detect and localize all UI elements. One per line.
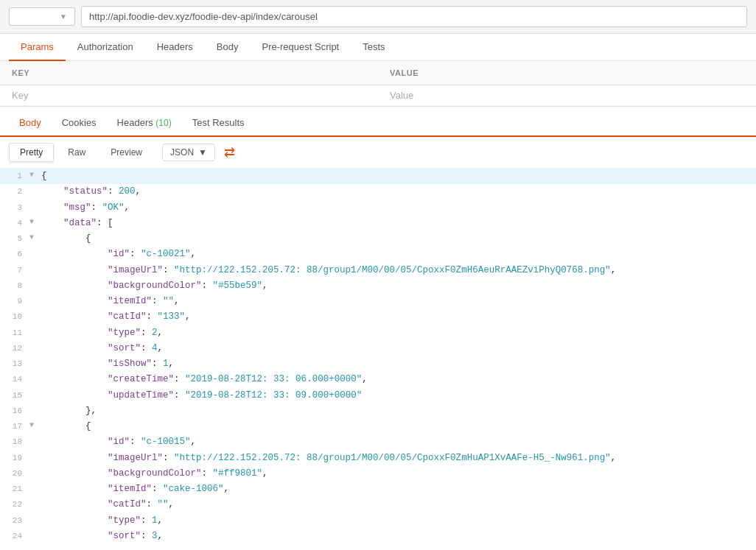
- tab-params[interactable]: Params: [9, 34, 66, 61]
- line-number: 12: [0, 341, 29, 356]
- format-toolbar: Pretty Raw Preview JSON ▼ ⇄: [0, 137, 756, 169]
- json-line: 17▼ {: [0, 419, 756, 434]
- line-content: "type": 1,: [41, 513, 756, 529]
- json-viewer: 1▼{2 "status": 200,3 "msg": "OK",4▼ "dat…: [0, 169, 756, 544]
- line-content: "isShow": 1,: [41, 356, 756, 372]
- json-line: 9 "itemId": "",: [0, 294, 756, 309]
- key-cell[interactable]: Key: [0, 85, 378, 105]
- method-select[interactable]: ▼: [9, 7, 75, 26]
- line-number: 9: [0, 294, 29, 309]
- line-number: 10: [0, 309, 29, 324]
- value-cell[interactable]: Value: [378, 85, 756, 105]
- json-line: 5▼ {: [0, 231, 756, 247]
- line-number: 8: [0, 278, 29, 293]
- response-tab-cookies[interactable]: Cookies: [52, 110, 107, 135]
- json-line: 10 "catId": "133",: [0, 309, 756, 325]
- line-content: "createTime": "2019-08-28T12: 33: 06.000…: [41, 372, 756, 387]
- line-content: "imageUrl": "http://122.152.205.72: 88/g…: [41, 451, 756, 466]
- json-line: 6 "id": "c-10021",: [0, 247, 756, 262]
- json-line: 3 "msg": "OK",: [0, 200, 756, 216]
- line-toggle[interactable]: ▼: [29, 419, 41, 431]
- line-content: "catId": "",: [41, 497, 756, 512]
- format-select[interactable]: JSON ▼: [162, 144, 215, 161]
- line-content: {: [41, 169, 756, 184]
- json-line: 12 "sort": 4,: [0, 341, 756, 356]
- line-number: 21: [0, 482, 29, 496]
- url-bar: ▼: [0, 0, 756, 34]
- line-content: "imageUrl": "http://122.152.205.72: 88/g…: [41, 263, 756, 278]
- line-number: 1: [0, 169, 29, 183]
- line-content: "status": 200,: [41, 184, 756, 200]
- line-number: 23: [0, 513, 29, 528]
- json-line: 4▼ "data": [: [0, 216, 756, 231]
- json-line: 24 "sort": 3,: [0, 529, 756, 544]
- json-line: 11 "type": 2,: [0, 325, 756, 341]
- line-content: "msg": "OK",: [41, 200, 756, 216]
- request-tabs: Params Authorization Headers Body Pre-re…: [0, 34, 756, 61]
- json-line: 1▼{: [0, 169, 756, 184]
- response-tab-body[interactable]: Body: [9, 110, 52, 135]
- line-number: 22: [0, 497, 29, 512]
- response-tabs: Body Cookies Headers (10) Test Results: [0, 110, 756, 137]
- json-line: 20 "backgroundColor": "#ff9801",: [0, 466, 756, 482]
- wrap-button[interactable]: ⇄: [224, 144, 235, 161]
- params-header: KEY VALUE: [0, 61, 756, 85]
- json-line: 19 "imageUrl": "http://122.152.205.72: 8…: [0, 451, 756, 466]
- json-line: 21 "itemId": "cake-1006",: [0, 482, 756, 497]
- line-number: 13: [0, 356, 29, 371]
- line-number: 20: [0, 466, 29, 481]
- line-content: "backgroundColor": "#55be59",: [41, 278, 756, 294]
- line-content: "itemId": "cake-1006",: [41, 482, 756, 497]
- json-line: 7 "imageUrl": "http://122.152.205.72: 88…: [0, 263, 756, 278]
- params-table: KEY VALUE Key Value: [0, 61, 756, 107]
- json-line: 13 "isShow": 1,: [0, 356, 756, 372]
- line-number: 19: [0, 451, 29, 465]
- json-line: 16 },: [0, 403, 756, 419]
- line-number: 16: [0, 403, 29, 418]
- preview-button[interactable]: Preview: [99, 143, 153, 162]
- tab-tests[interactable]: Tests: [351, 34, 396, 61]
- value-column-header: VALUE: [378, 66, 756, 80]
- line-content: },: [41, 403, 756, 419]
- json-line: 23 "type": 1,: [0, 513, 756, 529]
- line-number: 14: [0, 372, 29, 387]
- line-content: "backgroundColor": "#ff9801",: [41, 466, 756, 482]
- tab-authorization[interactable]: Authorization: [66, 34, 145, 61]
- line-content: "type": 2,: [41, 325, 756, 341]
- line-content: "id": "c-10021",: [41, 247, 756, 262]
- json-line: 15 "updateTime": "2019-08-28T12: 33: 09.…: [0, 388, 756, 403]
- params-row: Key Value: [0, 85, 756, 106]
- raw-button[interactable]: Raw: [57, 143, 97, 162]
- headers-badge: (10): [155, 118, 171, 128]
- line-content: "data": [: [41, 216, 756, 231]
- line-number: 18: [0, 434, 29, 449]
- line-number: 4: [0, 216, 29, 230]
- line-toggle[interactable]: ▼: [29, 169, 41, 181]
- line-number: 2: [0, 184, 29, 199]
- line-content: "catId": "133",: [41, 309, 756, 325]
- line-number: 11: [0, 325, 29, 340]
- json-line: 22 "catId": "",: [0, 497, 756, 512]
- line-content: "itemId": "",: [41, 294, 756, 309]
- chevron-down-icon: ▼: [198, 147, 207, 158]
- line-content: {: [41, 419, 756, 434]
- line-number: 15: [0, 388, 29, 403]
- json-line: 2 "status": 200,: [0, 184, 756, 200]
- line-toggle[interactable]: ▼: [29, 231, 41, 244]
- line-content: "sort": 4,: [41, 341, 756, 356]
- line-number: 6: [0, 247, 29, 261]
- json-line: 18 "id": "c-10015",: [0, 434, 756, 450]
- format-label: JSON: [170, 147, 194, 158]
- line-number: 7: [0, 263, 29, 278]
- line-number: 5: [0, 231, 29, 246]
- line-content: "sort": 3,: [41, 529, 756, 544]
- response-tab-headers[interactable]: Headers (10): [107, 110, 182, 135]
- pretty-button[interactable]: Pretty: [9, 143, 54, 162]
- tab-headers[interactable]: Headers: [145, 34, 205, 61]
- json-line: 14 "createTime": "2019-08-28T12: 33: 06.…: [0, 372, 756, 387]
- tab-pre-request-script[interactable]: Pre-request Script: [250, 34, 351, 61]
- url-input[interactable]: [81, 6, 747, 27]
- response-tab-test-results[interactable]: Test Results: [182, 110, 255, 135]
- line-toggle[interactable]: ▼: [29, 216, 41, 228]
- tab-body[interactable]: Body: [205, 34, 251, 61]
